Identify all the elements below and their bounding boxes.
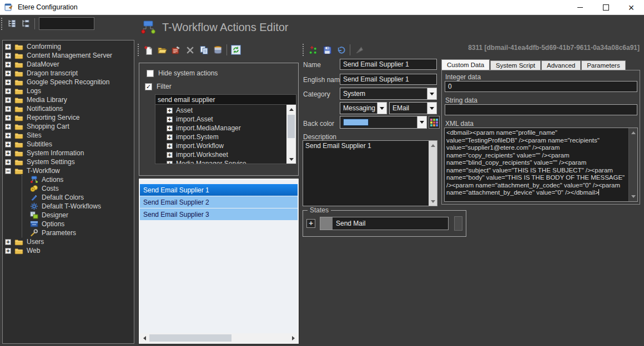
- description-textarea[interactable]: Send Email Supplier 1: [303, 140, 437, 206]
- tree-item-notifications[interactable]: Notifications: [5, 104, 134, 113]
- state-name-input[interactable]: [333, 217, 448, 230]
- tree-item-sites[interactable]: Sites: [5, 131, 134, 140]
- action-list-item[interactable]: Send Email Supplier 1: [140, 184, 298, 196]
- maximize-icon[interactable]: [593, 0, 618, 15]
- collapse-icon[interactable]: [5, 168, 11, 174]
- horizontal-scrollbar[interactable]: [140, 333, 298, 343]
- tree-item-system-information[interactable]: System Information: [5, 149, 134, 157]
- tree-item-default-colors[interactable]: Default Colors: [22, 193, 134, 202]
- name-input[interactable]: [340, 59, 437, 70]
- expand-icon[interactable]: [167, 161, 173, 165]
- tree-item-media-library[interactable]: Media Library: [5, 95, 134, 104]
- color-palette-button[interactable]: [429, 116, 440, 129]
- category-item-import-mediamanager[interactable]: import.MediaManager: [155, 124, 286, 133]
- toolbar-grip[interactable]: [303, 44, 304, 56]
- scroll-up-icon[interactable]: [429, 141, 437, 149]
- scroll-up-icon[interactable]: [629, 129, 637, 137]
- tree-item-dragon-transcript[interactable]: Dragon transcript: [5, 69, 134, 78]
- tree-item-t-workflow[interactable]: T-Workflow: [5, 166, 134, 175]
- tab-advanced[interactable]: Advanced: [541, 60, 581, 70]
- action-list-item[interactable]: Send Email Supplier 3: [140, 208, 298, 220]
- expand-icon[interactable]: [5, 79, 11, 85]
- category-select[interactable]: System: [340, 88, 437, 100]
- tree-item-designer[interactable]: Designer: [22, 211, 134, 220]
- tree-item-parameters[interactable]: Parameters: [22, 228, 134, 237]
- edit-action-icon[interactable]: [171, 45, 181, 55]
- string-data-input[interactable]: [445, 104, 637, 115]
- expand-icon[interactable]: [5, 239, 11, 245]
- category-item-media-manager-service[interactable]: Media Manager Service: [155, 159, 286, 164]
- expand-icon[interactable]: [5, 53, 11, 59]
- chevron-down-icon[interactable]: [427, 88, 436, 99]
- tree-item-shopping-cart[interactable]: Shopping Cart: [5, 122, 134, 131]
- category-item-import-worksheet[interactable]: import.Worksheet: [155, 150, 286, 159]
- expand-icon[interactable]: [5, 88, 11, 94]
- chevron-down-icon[interactable]: [377, 103, 386, 114]
- minimize-icon[interactable]: [567, 0, 593, 15]
- expand-icon[interactable]: [5, 106, 11, 112]
- english-name-input[interactable]: [340, 74, 437, 85]
- tree-item-content-management-server[interactable]: Content Management Server: [5, 51, 134, 60]
- expand-icon[interactable]: [167, 143, 173, 149]
- vertical-scrollbar[interactable]: [628, 128, 637, 201]
- expand-icon[interactable]: [5, 133, 11, 139]
- subcategory-select[interactable]: Messaging: [340, 102, 387, 114]
- scrollbar-thumb[interactable]: [288, 115, 295, 138]
- expand-icon[interactable]: [167, 116, 173, 123]
- hide-system-actions-row[interactable]: Hide system actions: [147, 69, 218, 77]
- tab-system-script[interactable]: System Script: [490, 60, 541, 70]
- tree-item-users[interactable]: Users: [5, 237, 134, 246]
- database-icon[interactable]: [213, 45, 223, 55]
- filter-row[interactable]: Filter: [145, 83, 172, 90]
- scroll-down-icon[interactable]: [629, 192, 637, 201]
- expand-icon[interactable]: [5, 62, 11, 68]
- tree-item-datamover[interactable]: DataMover: [5, 60, 134, 69]
- tree-item-conforming[interactable]: Conforming: [5, 42, 134, 51]
- open-action-icon[interactable]: [157, 45, 167, 55]
- expand-icon[interactable]: [5, 248, 11, 254]
- expand-icon[interactable]: [5, 70, 11, 77]
- expand-icon[interactable]: [5, 141, 11, 147]
- scroll-right-icon[interactable]: [289, 333, 298, 343]
- state-control[interactable]: [320, 217, 449, 230]
- tree-item-system-settings[interactable]: System Settings: [5, 157, 134, 166]
- scroll-down-icon[interactable]: [286, 155, 296, 164]
- copy-action-icon[interactable]: [199, 45, 209, 55]
- scroll-down-icon[interactable]: [429, 197, 437, 205]
- expand-icon[interactable]: [5, 159, 11, 165]
- tree-item-subtitles[interactable]: Subtitles: [5, 140, 134, 149]
- tree-item-default-t-workflows[interactable]: Default T-Workflows: [22, 202, 134, 211]
- filter-input[interactable]: [155, 94, 296, 104]
- expand-icon[interactable]: [167, 125, 173, 131]
- action-list-item[interactable]: Send Email Supplier 2: [140, 196, 298, 208]
- collapse-tree-icon[interactable]: [21, 19, 31, 29]
- expand-icon[interactable]: [5, 115, 11, 121]
- tree-item-reporting-service[interactable]: Reporting Service: [5, 113, 134, 122]
- tree-item-options[interactable]: Options: [22, 220, 134, 228]
- expand-icon[interactable]: [5, 150, 11, 156]
- save-icon[interactable]: [322, 45, 332, 55]
- expand-icon[interactable]: [167, 152, 173, 158]
- tree-item-actions[interactable]: Actions: [22, 175, 134, 184]
- toolbar-grip[interactable]: [1, 18, 3, 30]
- state-color-swatch[interactable]: [320, 217, 333, 230]
- tree-item-costs[interactable]: Costs: [22, 184, 134, 193]
- refresh-icon[interactable]: [231, 45, 241, 55]
- back-color-select[interactable]: [340, 116, 427, 129]
- expand-tree-icon[interactable]: [7, 19, 17, 29]
- filter-checkbox[interactable]: [145, 83, 152, 90]
- scrollbar-thumb[interactable]: [149, 334, 232, 342]
- integer-data-input[interactable]: [445, 81, 637, 92]
- expand-icon[interactable]: [5, 124, 11, 130]
- tab-parameters[interactable]: Parameters: [581, 60, 625, 70]
- expand-icon[interactable]: [167, 108, 173, 114]
- state-extra-button[interactable]: [454, 216, 462, 231]
- category-item-import-asset[interactable]: import.Asset: [155, 115, 286, 124]
- chevron-down-icon[interactable]: [417, 116, 426, 128]
- tree-search-input[interactable]: [39, 17, 94, 30]
- add-action-icon[interactable]: [308, 45, 318, 55]
- expand-icon[interactable]: [5, 44, 11, 50]
- tree-item-web[interactable]: Web: [5, 246, 134, 255]
- new-action-icon[interactable]: [143, 45, 153, 55]
- delete-action-icon[interactable]: [185, 45, 195, 55]
